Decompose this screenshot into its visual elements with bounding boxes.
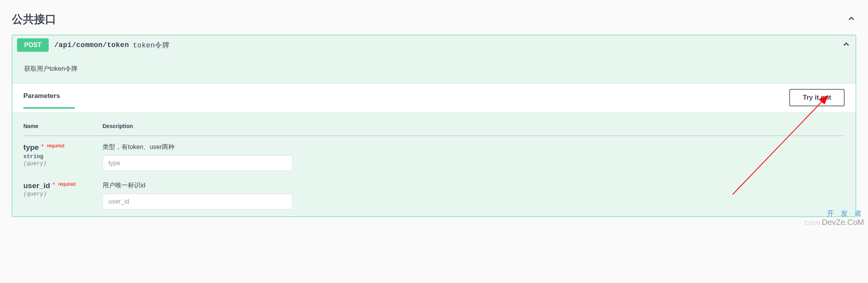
table-row: user_id * required (query) 用户唯一标识id — [23, 174, 845, 213]
operation-description: 获取用户token令牌 — [12, 55, 856, 83]
param-in: (query) — [23, 160, 103, 167]
operation-path: /api/common/token token令牌 — [54, 40, 169, 50]
watermark-line2: DevZe.CoM — [822, 218, 864, 226]
required-label: required — [58, 181, 76, 187]
param-type: string — [23, 153, 103, 160]
parameters-title-wrap: Parameters — [23, 92, 60, 103]
required-label: required — [47, 143, 64, 149]
col-header-name: Name — [23, 123, 103, 136]
param-description: 用户唯一标识id — [103, 181, 845, 190]
section-collapse-icon[interactable] — [847, 14, 856, 25]
operation-path-url: /api/common/token — [54, 41, 129, 49]
param-description: 类型，有token、user两种 — [103, 143, 845, 151]
param-name: type — [23, 143, 39, 151]
section-header: 公共接口 — [12, 8, 856, 35]
required-star-icon: * — [42, 143, 44, 149]
watermark-csdn: CSDN — [805, 220, 821, 226]
parameters-title: Parameters — [23, 92, 60, 100]
http-method-badge: POST — [17, 38, 49, 52]
parameters-header-row: Parameters Try it out — [12, 83, 856, 112]
swagger-section: 公共接口 POST /api/common/token token令牌 获取用户… — [0, 0, 868, 229]
try-it-out-button[interactable]: Try it out — [789, 89, 845, 106]
watermark-line1: 开 发 者 — [805, 210, 864, 218]
table-row: type * required string (query) 类型，有token… — [23, 136, 845, 175]
watermark: 开 发 者 CSDNDevZe.CoM — [805, 210, 864, 226]
param-in: (query) — [23, 191, 103, 197]
operation-collapse-icon[interactable] — [841, 40, 851, 51]
param-name: user_id — [23, 181, 50, 190]
parameters-body: Name Description type * required string — [12, 112, 856, 217]
parameters-table: Name Description type * required string — [23, 123, 845, 213]
section-title: 公共接口 — [12, 12, 56, 27]
param-input-type[interactable] — [103, 155, 292, 171]
parameters-underline — [23, 107, 75, 109]
operation-summary[interactable]: POST /api/common/token token令牌 — [12, 35, 856, 55]
param-input-user-id[interactable] — [103, 194, 292, 209]
operation-summary-text: token令牌 — [133, 40, 169, 50]
operation-block-post: POST /api/common/token token令牌 获取用户token… — [12, 35, 856, 217]
col-header-description: Description — [103, 123, 845, 136]
required-star-icon: * — [53, 181, 55, 188]
